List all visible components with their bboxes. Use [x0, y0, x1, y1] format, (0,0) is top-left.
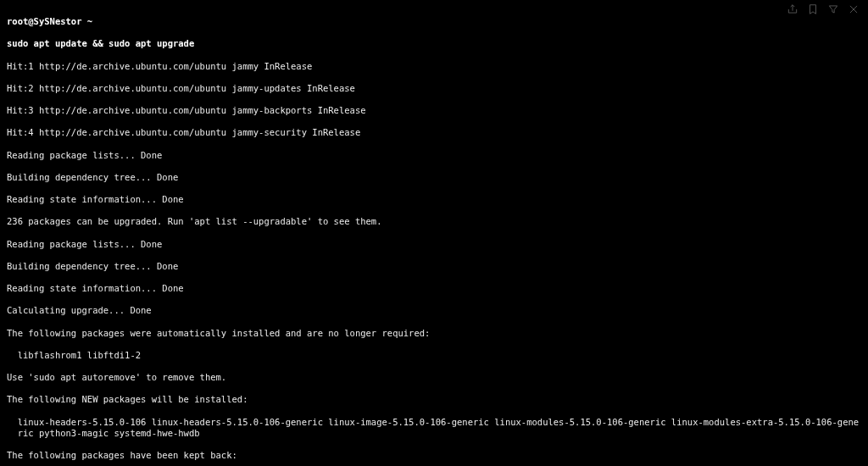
- status-line: Reading state information... Done: [7, 283, 861, 294]
- bookmark-icon[interactable]: [807, 3, 819, 18]
- kept-back-header: The following packages have been kept ba…: [7, 450, 861, 461]
- new-packages-list: linux-headers-5.15.0-106 linux-headers-5…: [7, 417, 861, 439]
- filter-icon[interactable]: [827, 3, 839, 18]
- hit-line: Hit:3 http://de.archive.ubuntu.com/ubunt…: [7, 105, 861, 116]
- status-line: Building dependency tree... Done: [7, 172, 861, 183]
- new-packages-header: The following NEW packages will be insta…: [7, 394, 861, 405]
- prompt-line: root@SySNestor ~: [7, 16, 861, 27]
- status-line: Reading package lists... Done: [7, 239, 861, 250]
- status-line: Building dependency tree... Done: [7, 261, 861, 272]
- status-line: 236 packages can be upgraded. Run 'apt l…: [7, 216, 861, 227]
- hit-line: Hit:4 http://de.archive.ubuntu.com/ubunt…: [7, 127, 861, 138]
- auto-installed-packages: libflashrom1 libftdi1-2: [7, 350, 861, 361]
- auto-installed-header: The following packages were automaticall…: [7, 328, 861, 339]
- terminal-output[interactable]: root@SySNestor ~ sudo apt update && sudo…: [0, 0, 868, 466]
- autoremove-hint: Use 'sudo apt autoremove' to remove them…: [7, 372, 861, 383]
- status-line: Reading package lists... Done: [7, 150, 861, 161]
- terminal-toolbar: [787, 3, 860, 18]
- share-icon[interactable]: [787, 3, 798, 18]
- status-line: Reading state information... Done: [7, 194, 861, 205]
- hit-line: Hit:1 http://de.archive.ubuntu.com/ubunt…: [7, 61, 861, 72]
- hit-line: Hit:2 http://de.archive.ubuntu.com/ubunt…: [7, 83, 861, 94]
- status-line: Calculating upgrade... Done: [7, 305, 861, 316]
- command-line: sudo apt update && sudo apt upgrade: [7, 38, 861, 49]
- close-icon[interactable]: [848, 3, 860, 18]
